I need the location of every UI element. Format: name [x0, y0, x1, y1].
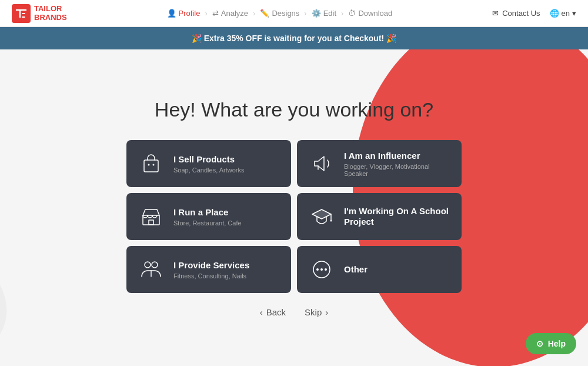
step-download-label: Download	[358, 9, 392, 18]
influencer-title: I Am an Influencer	[344, 151, 450, 161]
svg-point-8	[330, 220, 332, 222]
bag-icon	[138, 151, 164, 177]
step-arrow-3: ›	[304, 9, 306, 18]
provide-services-text: I Provide Services Fitness, Consulting, …	[173, 260, 249, 280]
svg-point-9	[145, 262, 151, 268]
svg-point-13	[316, 268, 319, 271]
step-designs-label: Designs	[272, 9, 299, 18]
run-place-title: I Run a Place	[173, 207, 242, 218]
card-school-project[interactable]: I'm Working On A School Project	[297, 193, 462, 240]
card-influencer[interactable]: I Am an Influencer Blogger, Vlogger, Mot…	[297, 140, 462, 187]
card-provide-services[interactable]: I Provide Services Fitness, Consulting, …	[126, 246, 291, 293]
step-designs[interactable]: ✏️ Designs ›	[260, 9, 306, 18]
profile-step-icon: 👤	[167, 9, 176, 18]
edit-step-icon: ⚙️	[312, 9, 321, 18]
language-button[interactable]: 🌐 en ▾	[550, 9, 576, 18]
designs-step-icon: ✏️	[260, 9, 269, 18]
step-arrow-2: ›	[253, 9, 255, 18]
analyze-step-icon: ⇄	[212, 9, 219, 18]
step-arrow-4: ›	[341, 9, 343, 18]
step-profile[interactable]: 👤 Profile ›	[167, 9, 208, 18]
card-sell-products[interactable]: I Sell Products Soap, Candles, Artworks	[126, 140, 291, 187]
skip-chevron-icon: ›	[325, 307, 328, 317]
step-profile-label: Profile	[179, 9, 201, 18]
step-analyze-label: Analyze	[221, 9, 248, 18]
navbar: TAILORBRANDS 👤 Profile › ⇄ Analyze › ✏️ …	[0, 0, 588, 27]
svg-point-10	[152, 262, 158, 268]
svg-rect-5	[149, 220, 153, 225]
promo-banner: 🎉 Extra 35% OFF is waiting for you at Ch…	[0, 27, 588, 49]
provide-services-subtitle: Fitness, Consulting, Nails	[173, 272, 249, 280]
back-chevron-icon: ‹	[260, 307, 263, 317]
other-text: Other	[344, 264, 368, 275]
sell-products-text: I Sell Products Soap, Candles, Artworks	[173, 154, 244, 174]
step-edit[interactable]: ⚙️ Edit ›	[312, 9, 344, 18]
skip-label: Skip	[305, 307, 322, 317]
svg-rect-0	[12, 4, 31, 23]
provide-services-title: I Provide Services	[173, 260, 249, 271]
svg-point-14	[320, 268, 323, 271]
download-step-icon: ⏱	[348, 9, 356, 18]
nav-buttons: ‹ Back Skip ›	[260, 307, 329, 317]
card-run-place[interactable]: I Run a Place Store, Restaurant, Cafe	[126, 193, 291, 240]
lang-label: en	[562, 9, 570, 18]
svg-point-3	[153, 164, 155, 166]
progress-steps: 👤 Profile › ⇄ Analyze › ✏️ Designs › ⚙️ …	[167, 9, 393, 18]
help-circle-icon: ⊙	[536, 339, 543, 348]
step-arrow: ›	[205, 9, 207, 18]
chevron-down-icon: ▾	[572, 9, 576, 18]
step-download[interactable]: ⏱ Download	[348, 9, 392, 18]
sell-products-subtitle: Soap, Candles, Artworks	[173, 167, 244, 174]
megaphone-icon	[309, 151, 335, 177]
help-label: Help	[548, 339, 566, 348]
services-icon	[138, 257, 164, 282]
logo: TAILORBRANDS	[12, 4, 67, 23]
skip-button[interactable]: Skip ›	[305, 307, 328, 317]
store-icon	[138, 204, 164, 229]
globe-icon: 🌐	[550, 9, 559, 18]
influencer-subtitle: Blogger, Vlogger, Motivational Speaker	[344, 163, 450, 177]
brand-name: TAILORBRANDS	[34, 5, 67, 22]
options-grid: I Sell Products Soap, Candles, Artworks …	[126, 140, 462, 293]
sell-products-title: I Sell Products	[173, 154, 244, 165]
step-edit-label: Edit	[323, 9, 336, 18]
svg-rect-1	[144, 160, 158, 172]
help-button[interactable]: ⊙ Help	[526, 333, 576, 354]
card-other[interactable]: Other	[297, 246, 462, 293]
step-analyze[interactable]: ⇄ Analyze ›	[212, 9, 256, 18]
back-button[interactable]: ‹ Back	[260, 307, 286, 317]
other-title: Other	[344, 264, 368, 275]
contact-label: Contact Us	[502, 9, 540, 18]
logo-icon	[12, 4, 31, 23]
svg-marker-6	[312, 209, 331, 219]
run-place-text: I Run a Place Store, Restaurant, Cafe	[173, 207, 242, 227]
dots-icon	[309, 257, 335, 282]
contact-button[interactable]: ✉ Contact Us	[492, 9, 540, 18]
school-project-title: I'm Working On A School Project	[344, 206, 450, 227]
influencer-text: I Am an Influencer Blogger, Vlogger, Mot…	[344, 151, 450, 177]
mail-icon: ✉	[492, 9, 499, 18]
graduation-icon	[309, 204, 335, 229]
run-place-subtitle: Store, Restaurant, Cafe	[173, 219, 242, 227]
back-label: Back	[266, 307, 286, 317]
school-project-text: I'm Working On A School Project	[344, 206, 450, 227]
promo-text: 🎉 Extra 35% OFF is waiting for you at Ch…	[192, 34, 396, 43]
navbar-right: ✉ Contact Us 🌐 en ▾	[492, 9, 576, 18]
main-content: Hey! What are you working on? I Sell Pro…	[0, 49, 588, 366]
svg-point-2	[148, 164, 150, 166]
page-title: Hey! What are you working on?	[155, 98, 433, 121]
svg-point-15	[325, 268, 327, 271]
